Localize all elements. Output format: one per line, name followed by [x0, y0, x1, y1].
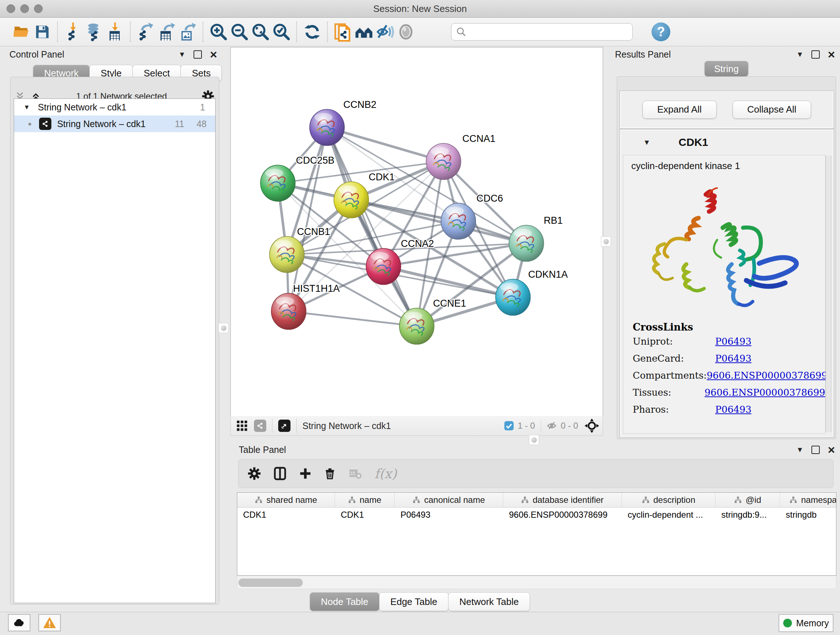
hidden-eye-slash-icon[interactable] [546, 420, 557, 431]
table-cell[interactable]: stringdb [780, 508, 836, 522]
network-view-title: String Network – cdk1 [302, 421, 391, 431]
import-network-button[interactable] [63, 21, 84, 42]
tab-string[interactable]: String [704, 61, 748, 77]
network-row-selected[interactable]: ● String Network – cdk1 11 48 [14, 116, 215, 132]
gene-header-row[interactable]: ▼ CDK1 [619, 133, 828, 152]
main-toolbar: ? [0, 18, 840, 46]
network-node-CCNA1[interactable]: CCNA1 [426, 133, 496, 180]
float-panel-icon[interactable] [812, 50, 820, 59]
right-splitter-handle[interactable] [601, 236, 611, 247]
memory-button[interactable]: Memory [778, 614, 834, 632]
share-network-file-button[interactable] [332, 21, 354, 42]
show-glass-ball-button[interactable] [395, 21, 416, 42]
results-buttons-box: Expand All Collapse All [619, 90, 834, 129]
network-edge-count: 48 [196, 119, 207, 129]
column-header-name[interactable]: name [335, 493, 395, 507]
table-hscrollbar[interactable] [237, 576, 836, 589]
node-label-CCNB2: CCNB2 [343, 99, 377, 110]
close-panel-icon[interactable]: × [828, 446, 835, 453]
grid-view-icon[interactable] [236, 420, 248, 432]
open-session-button[interactable] [11, 21, 32, 42]
column-header-canonicalname[interactable]: canonical name [395, 493, 503, 507]
column-header-description[interactable]: description [622, 493, 715, 507]
column-header-id[interactable]: @id [715, 493, 780, 507]
crosslink-link[interactable]: P06493 [715, 404, 752, 415]
node-table[interactable]: shared namenamecanonical namedatabase id… [237, 492, 836, 576]
crosslink-label: Pharos: [623, 404, 715, 415]
table-cell[interactable]: CDK1 [237, 508, 335, 522]
column-header-sharedname[interactable]: shared name [237, 493, 335, 507]
save-session-button[interactable] [32, 21, 53, 42]
apply-layout-button[interactable] [302, 21, 323, 42]
export-image-button[interactable] [177, 21, 198, 42]
tree-collapse-icon[interactable]: ▼ [24, 103, 30, 111]
birds-eye-view-icon[interactable] [278, 420, 291, 432]
panel-menu-icon[interactable]: ▼ [796, 50, 804, 59]
zoom-in-button[interactable] [208, 21, 229, 42]
export-table-button[interactable] [156, 21, 177, 42]
navigator-crosshair-icon[interactable] [584, 418, 599, 433]
zoom-out-button[interactable] [229, 21, 250, 42]
table-panel-header: Table Panel ▼ × [239, 443, 835, 456]
close-panel-icon[interactable]: × [210, 51, 217, 58]
column-tree-icon [255, 496, 263, 504]
new-session-from-network-button[interactable] [354, 21, 374, 42]
tab-edge-table[interactable]: Edge Table [379, 592, 448, 611]
cloud-icon [12, 616, 26, 630]
network-share-view-icon[interactable] [254, 420, 266, 432]
hide-glass-ball-button[interactable] [374, 21, 395, 42]
table-cell[interactable]: 9606.ENSP00000378699 [503, 508, 622, 522]
warning-status-button[interactable] [38, 614, 61, 631]
table-cell[interactable]: P06493 [395, 508, 503, 522]
network-node-CCNB1[interactable]: CCNB1 [270, 226, 330, 272]
cloud-status-button[interactable] [8, 614, 30, 631]
column-header-namespace[interactable]: namespace [780, 493, 836, 507]
float-panel-icon[interactable] [812, 446, 820, 454]
network-node-RB1[interactable]: RB1 [509, 215, 563, 261]
crosslink-link[interactable]: P06493 [715, 336, 752, 347]
network-node-count: 11 [175, 119, 184, 129]
table-cell[interactable]: stringdb:9... [715, 508, 780, 522]
delete-column-trash-icon[interactable] [324, 467, 336, 480]
import-table-button[interactable] [104, 21, 126, 42]
zoom-selected-button[interactable] [271, 21, 292, 42]
network-node-CDKN1A[interactable]: CDKN1A [496, 269, 568, 315]
help-button[interactable]: ? [652, 22, 670, 41]
panel-menu-icon[interactable]: ▼ [796, 446, 804, 454]
table-cell[interactable]: cyclin-dependent ... [622, 508, 715, 522]
collapse-all-button[interactable]: Collapse All [733, 101, 812, 119]
results-scrollbar[interactable] [826, 156, 831, 432]
table-data-row[interactable]: CDK1CDK1P064939606.ENSP00000378699cyclin… [237, 508, 836, 522]
float-panel-icon[interactable] [194, 50, 202, 59]
tab-node-table[interactable]: Node Table [309, 592, 379, 611]
crosslink-link[interactable]: 9606.ENSP00000378699 [705, 387, 825, 398]
show-columns-icon[interactable] [273, 467, 287, 480]
selected-checkbox-icon[interactable] [504, 421, 514, 431]
close-panel-icon[interactable]: × [828, 51, 835, 58]
network-graph[interactable]: CCNB2CCNA1CDC25BCDK1CDC6RB1CCNB1CCNA2CDK… [231, 48, 603, 416]
column-tree-icon [521, 496, 529, 504]
network-collection-row[interactable]: ▼ String Network – cdk1 1 [14, 99, 215, 116]
results-panel-tabs: String [705, 61, 748, 77]
left-splitter-handle[interactable] [218, 323, 229, 333]
network-canvas[interactable]: CCNB2CCNA1CDC25BCDK1CDC6RB1CCNB1CCNA2CDK… [231, 47, 603, 416]
panel-menu-icon[interactable]: ▼ [178, 50, 186, 59]
tab-network-table[interactable]: Network Table [448, 592, 530, 611]
search-input[interactable] [451, 23, 633, 41]
memory-label: Memory [796, 618, 829, 629]
crosslink-label: GeneCard: [623, 353, 715, 364]
table-hscrollbar-thumb[interactable] [238, 578, 303, 587]
export-network-button[interactable] [135, 21, 156, 42]
expand-all-button[interactable]: Expand All [643, 101, 717, 119]
create-column-plus-icon[interactable] [299, 467, 311, 480]
import-network-from-database-button[interactable] [84, 21, 104, 42]
table-settings-gear-icon[interactable] [248, 467, 261, 480]
table-cell[interactable]: CDK1 [335, 508, 395, 522]
network-node-CCNE1[interactable]: CCNE1 [399, 298, 466, 344]
crosslink-link[interactable]: 9606.ENSP00000378699 [707, 370, 827, 381]
gene-collapse-icon[interactable]: ▼ [643, 138, 651, 147]
column-header-databaseidentifier[interactable]: database identifier [503, 493, 622, 507]
network-node-HIST1H1A[interactable]: HIST1H1A [271, 283, 340, 329]
crosslink-link[interactable]: P06493 [715, 353, 752, 364]
zoom-fit-button[interactable] [250, 21, 271, 42]
